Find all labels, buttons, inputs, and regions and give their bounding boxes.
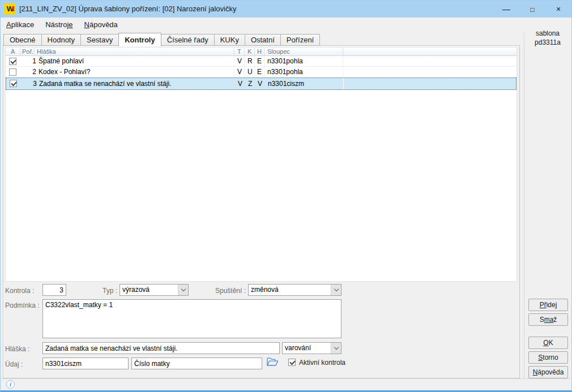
row-column: n3301ciszm xyxy=(268,78,304,89)
storno-button[interactable]: Storno xyxy=(528,351,568,364)
minimize-button[interactable]: — xyxy=(493,1,519,18)
app-icon: W xyxy=(5,3,16,15)
udaj-name-input[interactable] xyxy=(131,357,262,369)
template-info: sablona pd3311a xyxy=(524,29,571,47)
open-folder-icon[interactable] xyxy=(266,357,279,368)
udaj-code-input[interactable] xyxy=(42,357,129,369)
col-header-t[interactable]: T xyxy=(237,48,241,56)
hlaska-input[interactable] xyxy=(42,342,280,354)
podminka-label: Podmínka : xyxy=(5,301,40,309)
table-row-selected[interactable]: 3 Zadaná matka se nenachází ve vlastní s… xyxy=(6,77,516,90)
tab-kontroly[interactable]: Kontroly xyxy=(118,33,161,46)
hlaska-label: Hláška : xyxy=(5,345,29,353)
window-title: [211_LIN_ZV_02] Úprava šablony pořízení:… xyxy=(19,1,236,18)
tab-kuky[interactable]: KUKy xyxy=(214,34,245,46)
table-row[interactable]: 1 Špatné pohlaví V R E n3301pohla xyxy=(6,56,516,67)
pridej-button[interactable]: Přidej xyxy=(528,299,568,311)
aktivni-kontrola-checkbox[interactable] xyxy=(288,359,296,366)
row-message: Špatné pohlaví xyxy=(39,56,84,67)
spusteni-label: Spuštění : xyxy=(204,287,246,295)
tab-strip: Obecné Hodnoty Sestavy Kontroly Číselné … xyxy=(3,32,320,46)
tab-hodnoty[interactable]: Hodnoty xyxy=(41,34,81,46)
col-header-sloupec[interactable]: Sloupec xyxy=(267,48,290,56)
tab-ostatni[interactable]: Ostatní xyxy=(245,34,281,46)
row-message: Zadaná matka se nenachází ve vlastní stá… xyxy=(39,78,171,89)
typ-label: Typ : xyxy=(86,287,117,295)
tab-ciselne-rady[interactable]: Číselné řady xyxy=(161,34,215,46)
close-icon: × xyxy=(556,5,561,14)
chevron-down-icon[interactable] xyxy=(178,285,188,295)
col-header-hlaska[interactable]: Hláška xyxy=(37,48,56,56)
menubar: Aplikace Nástroje Nápověda xyxy=(1,18,571,32)
aktivni-kontrola-label: Aktivní kontrola xyxy=(299,359,345,367)
tab-sestavy[interactable]: Sestavy xyxy=(80,34,119,46)
row-number: 1 xyxy=(14,56,36,67)
menu-nastroje[interactable]: Nástroje xyxy=(40,18,78,32)
row-column: n3301pohla xyxy=(267,67,303,77)
row-column: n3301pohla xyxy=(267,56,303,67)
podminka-textarea[interactable]: C3322vlast_matky = 1 xyxy=(42,299,342,338)
row-number: 2 xyxy=(14,67,36,77)
napoveda-button[interactable]: Nápověda xyxy=(528,366,568,378)
app-icon-letter: W xyxy=(7,5,14,13)
smaz-button[interactable]: Smaž xyxy=(528,313,568,326)
application-window: W [211_LIN_ZV_02] Úprava šablony pořízen… xyxy=(0,0,572,392)
tab-obecne[interactable]: Obecné xyxy=(3,34,42,46)
info-icon[interactable]: i xyxy=(6,380,15,389)
col-header-a[interactable]: A xyxy=(11,48,15,56)
titlebar[interactable]: W [211_LIN_ZV_02] Úprava šablony pořízen… xyxy=(1,1,571,18)
status-bar: i xyxy=(1,378,571,390)
close-button[interactable]: × xyxy=(545,1,571,18)
kontrola-input[interactable] xyxy=(42,284,66,296)
zavaznost-select[interactable]: varování xyxy=(282,342,342,354)
chevron-down-icon[interactable] xyxy=(331,343,341,354)
kontroly-table[interactable]: A Poř. Hláška T K H Sloupec 1 Špatné poh… xyxy=(5,47,517,282)
col-header-h[interactable]: H xyxy=(257,48,262,56)
table-row[interactable]: 2 Kodex - Pohlaví? V U E n3301pohla xyxy=(6,67,516,77)
template-code: pd3311a xyxy=(524,38,571,47)
panel-divider xyxy=(524,33,524,380)
maximize-button[interactable]: □ xyxy=(519,1,545,18)
udaj-label: Údaj : xyxy=(5,360,23,368)
row-number: 3 xyxy=(14,78,37,89)
col-header-por[interactable]: Poř. xyxy=(22,48,33,56)
minimize-icon: — xyxy=(502,5,510,14)
tab-porizeni[interactable]: Pořízení xyxy=(280,34,320,46)
table-header[interactable]: A Poř. Hláška T K H Sloupec xyxy=(6,48,516,56)
chevron-down-icon[interactable] xyxy=(331,285,341,295)
menu-napoveda[interactable]: Nápověda xyxy=(79,18,123,32)
ok-button[interactable]: OK xyxy=(528,337,568,349)
row-message: Kodex - Pohlaví? xyxy=(39,67,90,77)
typ-select[interactable]: výrazová xyxy=(119,284,189,296)
spusteni-select[interactable]: změnová xyxy=(248,284,342,296)
kontrola-label: Kontrola : xyxy=(5,287,34,295)
maximize-icon: □ xyxy=(530,6,534,14)
col-header-k[interactable]: K xyxy=(247,48,251,56)
menu-aplikace[interactable]: Aplikace xyxy=(1,18,40,32)
template-name: sablona xyxy=(524,29,571,38)
